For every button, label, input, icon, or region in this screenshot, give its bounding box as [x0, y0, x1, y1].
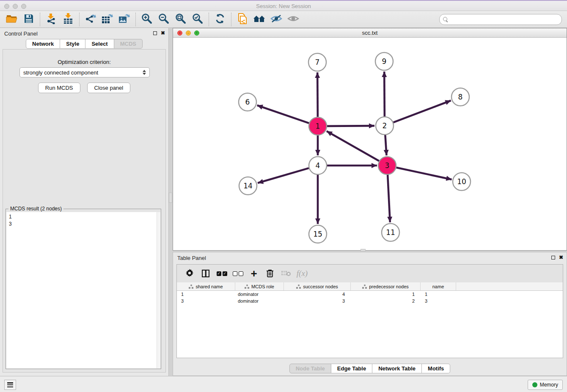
cell-mcds-role[interactable]: dominator [235, 298, 284, 304]
save-session-button[interactable] [20, 12, 37, 27]
hide-eye-icon [270, 14, 282, 25]
graph-node-label-2: 2 [383, 121, 387, 130]
cell-shared-name[interactable]: 1 [177, 291, 235, 298]
close-panel-icon[interactable]: ✖ [559, 255, 563, 260]
tab-network-table[interactable]: Network Table [372, 364, 422, 373]
graph-edge-1-2[interactable] [327, 126, 374, 126]
graph-node-label-15: 15 [313, 230, 322, 238]
close-panel-icon[interactable]: ✖ [161, 30, 165, 36]
search-input[interactable] [450, 15, 561, 24]
result-line: 3 [9, 221, 160, 228]
tab-node-table[interactable]: Node Table [289, 364, 331, 373]
import-table-icon [63, 13, 74, 25]
result-scrollbar[interactable] [157, 212, 160, 368]
graph-node-label-8: 8 [458, 93, 463, 101]
column-header-mcds-role[interactable]: MCDS role [235, 282, 284, 290]
tab-mcds[interactable]: MCDS [114, 39, 143, 49]
graph-edge-3-11[interactable] [388, 175, 390, 222]
window-splitter-handle[interactable] [361, 249, 366, 251]
toolbar-separator [40, 13, 40, 26]
search-icon [443, 17, 448, 22]
cell-name[interactable]: 3 [421, 298, 456, 304]
home-network-button[interactable] [251, 12, 268, 27]
open-session-button[interactable] [3, 12, 20, 27]
open-folder-icon [6, 14, 18, 25]
close-panel-button[interactable]: Close panel [87, 83, 131, 93]
cell-predecessor-nodes[interactable]: 1 [351, 291, 421, 298]
table-settings-button[interactable] [184, 268, 195, 279]
hide-panels-button[interactable] [268, 12, 285, 27]
network-canvas[interactable]: 7968124314101511 [173, 38, 567, 250]
import-network-button[interactable] [43, 12, 60, 27]
panel-splitter-handle[interactable] [169, 193, 172, 203]
deselect-all-button[interactable] [232, 268, 244, 279]
search-field[interactable] [439, 14, 562, 25]
tab-network[interactable]: Network [26, 39, 60, 49]
show-panels-button[interactable] [285, 12, 302, 27]
delete-table-button[interactable] [280, 268, 292, 279]
columns-icon [202, 270, 209, 277]
network-window-title: scc.txt [173, 30, 567, 36]
column-header-shared-name[interactable]: shared name [177, 282, 235, 290]
graph-edge-2-9[interactable] [384, 72, 385, 116]
control-panel-tabs: Network Style Select MCDS [0, 39, 168, 49]
cell-predecessor-nodes[interactable]: 2 [351, 298, 421, 304]
control-panel-title: Control Panel [4, 30, 38, 37]
float-panel-icon[interactable] [153, 31, 157, 35]
zoom-selected-button[interactable] [189, 12, 206, 27]
tab-select[interactable]: Select [85, 39, 114, 49]
clone-network-button[interactable] [234, 12, 251, 27]
column-header-name[interactable]: name [421, 282, 456, 290]
tab-motifs[interactable]: Motifs [422, 364, 450, 373]
network-window-titlebar[interactable]: × − + scc.txt [173, 28, 567, 38]
show-columns-button[interactable] [200, 268, 212, 279]
graph-edge-2-8[interactable] [394, 101, 451, 123]
graph-edge-3-10[interactable] [396, 168, 452, 179]
task-history-button[interactable] [4, 380, 16, 390]
graph-edge-4-14[interactable] [258, 168, 309, 183]
add-column-button[interactable]: + [248, 268, 260, 279]
refresh-button[interactable] [212, 12, 228, 27]
column-header-predecessor-nodes[interactable]: predecessor nodes [351, 282, 421, 290]
optimization-criterion-select[interactable]: strongly connected component [19, 67, 150, 77]
tab-edge-table[interactable]: Edge Table [331, 364, 372, 373]
delete-column-button[interactable] [264, 268, 276, 279]
export-image-button[interactable] [116, 12, 133, 27]
column-label: name [432, 284, 444, 289]
app-titlebar: Session: New Session [0, 0, 567, 11]
cell-successor-nodes[interactable]: 4 [284, 291, 351, 298]
graph-edge-1-6[interactable] [257, 105, 309, 123]
float-panel-icon[interactable] [551, 256, 555, 259]
graph-edge-1-7[interactable] [317, 72, 318, 117]
mcds-result-box: MCDS result (2 nodes) 1 3 [6, 209, 161, 369]
delete-table-icon [281, 270, 291, 278]
network-graph[interactable]: 7968124314101511 [173, 38, 567, 251]
export-table-button[interactable] [99, 12, 116, 27]
export-network-button[interactable] [82, 12, 99, 27]
graph-node-label-1: 1 [316, 122, 320, 130]
table-row[interactable]: 3 dominator 3 2 3 [177, 298, 563, 304]
graph-edge-3-1[interactable] [327, 131, 379, 161]
run-mcds-button[interactable]: Run MCDS [38, 83, 80, 93]
mcds-result-text[interactable]: 1 3 [6, 212, 160, 368]
graph-node-label-3: 3 [385, 161, 390, 170]
zoom-in-button[interactable] [138, 12, 155, 27]
graph-node-label-4: 4 [316, 161, 320, 170]
graph-node-label-10: 10 [457, 177, 466, 186]
cell-successor-nodes[interactable]: 3 [284, 298, 351, 304]
select-all-button[interactable]: ✓✓ [216, 268, 228, 279]
cell-shared-name[interactable]: 3 [177, 298, 235, 304]
zoom-out-button[interactable] [155, 12, 172, 27]
function-icon: f(x) [297, 269, 308, 278]
cell-mcds-role[interactable]: dominator [235, 291, 284, 298]
apply-function-button[interactable]: f(x) [296, 268, 308, 279]
cell-name[interactable]: 1 [421, 291, 456, 298]
tab-style[interactable]: Style [60, 39, 85, 49]
column-header-successor-nodes[interactable]: successor nodes [284, 282, 351, 290]
import-table-button[interactable] [60, 12, 77, 27]
memory-button[interactable]: Memory [528, 380, 563, 390]
table-row[interactable]: 1 dominator 4 1 1 [177, 291, 563, 298]
graph-edge-2-3[interactable] [385, 135, 386, 155]
toolbar-separator [209, 13, 209, 26]
zoom-fit-button[interactable] [172, 12, 189, 27]
